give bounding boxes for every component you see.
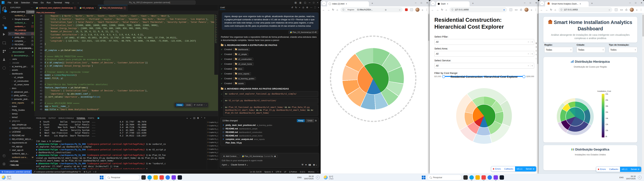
tree-item-gitignore[interactable]: ⚙gitignore [8,119,34,123]
attachment-chip[interactable]: Plan_V3_funcional.py:12-40 [288,31,318,34]
server-button[interactable]: Server⟳ [629,167,641,172]
tree-item-readme-md[interactable]: ⓘREADME.md [8,134,34,138]
panel-tab-debug-console[interactable]: DEBUG CONSOLE [58,117,74,119]
outline-header[interactable]: ›OUTLINE [8,159,34,163]
taskbar-app-icon[interactable] [154,175,158,180]
terminal-instance[interactable]: ⚠Copilot Py_Vy_000 [207,124,218,127]
activitybar-settings-gear-icon[interactable] [0,160,8,168]
tree-item-tema1[interactable]: ›tema1 [8,112,34,116]
tree-item-app-simples-py[interactable]: app_simples.py [8,123,34,126]
tree-item-advanced-ped-[interactable]: ⓘadvanced_ped... [8,90,34,94]
timeline-header[interactable]: ›TIMELINE [8,163,34,167]
open-editor-item[interactable]: V2_script.py [8,28,34,32]
close-icon[interactable]: ✕ [535,2,537,4]
menu-go[interactable]: Go [39,1,45,4]
profile-avatar[interactable] [416,8,420,12]
created-folder-chip[interactable]: error_reports [233,72,251,75]
panel-tab-ports[interactable]: PORTS [88,117,94,119]
overflow-icon[interactable]: » [531,8,532,11]
status-item[interactable]: Monica [308,171,314,173]
tree-item-sunburst-cost-e-[interactable]: sunburst cost e...M [8,156,34,159]
terminal-instance[interactable]: ⚠Copilot Py_Vy_000 [207,140,218,144]
more-icon[interactable]: ⋯ [310,6,312,9]
address-bar[interactable]: ⓘ127.0.0.1:8053 ☆ [558,7,612,12]
tree-item-assets[interactable]: ›assets [8,68,34,72]
cast-icon[interactable]: ⎙ [626,8,628,11]
devtools-icon[interactable]: <> [515,8,518,11]
close-chat-icon[interactable]: × [318,6,319,9]
tab-close-icon[interactable]: ✕ [447,3,448,5]
terminal-command-box[interactable]: ✓mv Plan_V3_funcional.py dashboards/v3_s… [223,104,318,116]
taskbar-app-icon[interactable] [178,175,182,180]
taskbar-app-icon[interactable] [500,175,504,180]
tab-search-icon[interactable]: ⌄ [322,1,326,5]
back-icon[interactable]: ← [322,8,325,11]
tab-close-icon[interactable]: ✕ [346,3,347,5]
keep-all-button[interactable]: Keep [297,119,305,122]
menu-dots-icon[interactable]: ⋮ [426,8,428,11]
terminal-instance[interactable]: ⚠Copilot Py_Vy_000 [207,120,218,124]
breadcrumb[interactable]: Plan_V3_funcional.py › … [34,11,220,14]
tree-item-sunburst-app-s-[interactable]: sunburst_app_s... [8,152,34,156]
tree-item-devcontainer-js-[interactable]: {}devcontainer.js...U [8,54,34,58]
terminal-command-box[interactable]: ✓mv V2_script.py dashboards/v2_construct… [223,98,318,104]
minimap[interactable] [214,14,218,75]
forward-icon[interactable]: → [545,8,548,11]
open-editor-item[interactable]: ⬇plotly_das... [8,36,34,39]
layout-panel-icon[interactable]: ▤ [294,1,296,4]
activitybar-run-debug-icon[interactable] [0,30,8,38]
terminal-instance[interactable]: ⚠Copilot Py_Vy_000 [207,151,218,154]
new-chat-icon[interactable]: + [299,6,300,9]
minimize-icon[interactable]: ─ [629,2,631,4]
bookmark-star-icon[interactable]: ★ [503,8,505,11]
next-change-icon[interactable]: ↓ [206,104,207,106]
terminal-instance[interactable]: ⚠Copilot Py_Vy_000 [207,127,218,130]
back-icon[interactable]: ← [431,8,434,11]
sunburst-chart[interactable] [321,13,430,174]
back-icon[interactable]: ← [540,8,543,11]
eye-icon[interactable]: ◉ [274,155,276,157]
tab-search-icon[interactable]: ⌄ [431,1,435,5]
mic-icon[interactable]: ⏺ [306,164,306,166]
taskbar-app-icon[interactable] [470,175,474,180]
tree-item-v2-construction[interactable]: ›v2_construction [8,79,34,83]
created-folder-chip[interactable]: v3_smart_home [233,62,254,66]
home-icon[interactable]: ⌂ [336,8,338,11]
taskbar-app-icon[interactable] [142,175,146,180]
created-folder-chip[interactable]: assets [233,82,245,85]
maximize-panel-icon[interactable]: ⌃ [201,117,202,120]
extension-icon[interactable] [405,8,408,11]
undo-button[interactable]: Undo [185,104,193,106]
mode-picker[interactable]: Agent ⌄ [222,164,229,166]
tree-item--vscode[interactable]: ›.vscode [8,61,34,65]
terminal-instance[interactable]: ⚠Copilot Py_Vy_000 [207,130,218,134]
menu-terminal[interactable]: Terminal [52,1,64,4]
panel-tab-terminal[interactable]: TERMINAL [76,117,85,119]
maximize-icon[interactable]: □ [421,2,422,4]
extension-icon[interactable] [410,8,413,11]
zoom-icon[interactable]: ⊖ [385,8,386,11]
errors-button[interactable]: Errors [596,167,608,172]
terminal-instance[interactable]: ⚠Copilot Py_Vy_000 [207,137,218,140]
terminal-command-box[interactable]: ✓mv sunburst_cost_explorer_funcional.py … [223,91,318,97]
created-folder-chip[interactable]: ai_learning_guides [233,77,256,80]
extensions-icon[interactable] [509,8,512,11]
activitybar-github-icon[interactable] [0,64,8,72]
tools-icon[interactable]: ⚒ [302,164,304,166]
activitybar-account-icon[interactable] [0,152,8,160]
tree-item-plotly-guides[interactable]: ›Plotly_Guides [8,108,34,112]
taskbar-app-icon[interactable] [476,175,480,180]
bookmark-star-icon[interactable]: ☆ [399,8,400,11]
close-panel-icon[interactable]: × [204,117,205,120]
undo-icon[interactable]: ↺ [291,6,293,9]
tab-search-icon[interactable]: ⌄ [540,1,544,5]
status-item[interactable]: 3.12.1 [300,171,305,173]
close-icon[interactable]: ✕ [641,2,642,4]
clock[interactable]: 06:1819/07/2025 [304,175,314,180]
taskbar-app-icon[interactable] [148,175,152,180]
split-icon[interactable]: ▯▯ [193,117,196,120]
tree-item-license[interactable]: ≣LICENSE [8,130,34,134]
menu-help[interactable]: Help [64,1,71,4]
current-file-chip[interactable]: Plan_V3_funcional.pyCurrent file◉ [240,154,278,158]
tree-item-requirements-txt[interactable]: ≣requirements.txt [8,141,34,145]
